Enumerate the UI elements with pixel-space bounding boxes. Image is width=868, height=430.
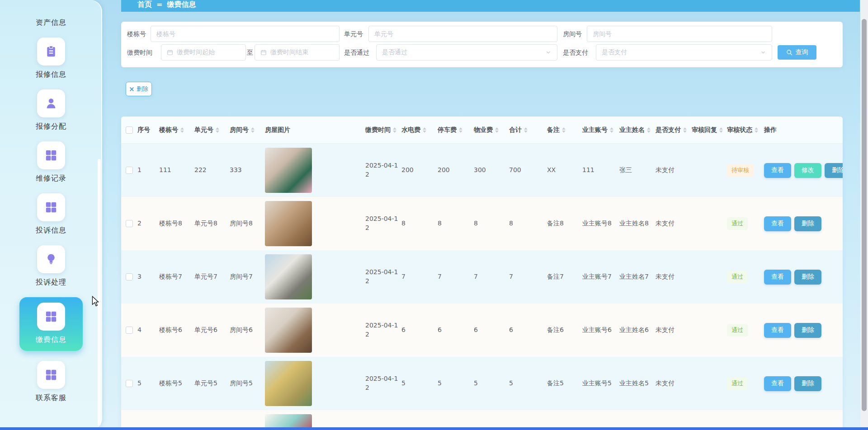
sort-caret-icon[interactable]: [562, 127, 566, 133]
status-badge: 通过: [727, 271, 748, 283]
breadcrumb-home[interactable]: 首页: [137, 0, 152, 9]
row-checkbox[interactable]: [126, 327, 133, 334]
sidebar-item-1[interactable]: 报修信息: [19, 37, 83, 79]
paid-select[interactable]: 是否支付: [596, 44, 772, 61]
payment-info-page: { "breadcrumb": { "items": ["首页", "缴费信息"…: [0, 0, 868, 430]
delete-button[interactable]: 删除: [825, 163, 843, 178]
header-cell-9[interactable]: 物业费: [474, 126, 509, 135]
pay-time-end-input[interactable]: 缴费时间结束: [255, 44, 340, 61]
delete-button[interactable]: 删除: [794, 376, 821, 391]
header-cell-4[interactable]: 房间号: [230, 126, 265, 135]
view-button[interactable]: 查看: [764, 376, 791, 391]
house-photo-cell: [265, 148, 365, 193]
header-cell-16[interactable]: 审核状态: [727, 126, 764, 135]
header-cell-8[interactable]: 停车费: [438, 126, 474, 135]
sidebar-item-label: 资产信息: [19, 18, 83, 28]
header-cell-10[interactable]: 合计: [509, 126, 547, 135]
cell-parking_fee: 5: [438, 379, 474, 388]
sort-caret-icon[interactable]: [251, 127, 255, 133]
delete-button[interactable]: 删除: [794, 323, 821, 338]
sort-caret-icon[interactable]: [719, 127, 723, 133]
sort-caret-icon[interactable]: [180, 127, 184, 133]
cell-pay_time: 2025-04-12: [365, 321, 401, 339]
header-cell-13[interactable]: 业主姓名: [619, 126, 656, 135]
header-cell-3[interactable]: 单元号: [194, 126, 230, 135]
delete-button[interactable]: 删除: [794, 216, 821, 231]
sidebar: 资产信息报修信息报修分配维修记录投诉信息投诉处理缴费信息联系客服: [0, 0, 102, 430]
view-button[interactable]: 查看: [764, 163, 791, 178]
header-label: 业主姓名: [619, 126, 645, 135]
sort-caret-icon[interactable]: [683, 127, 687, 133]
sort-caret-icon[interactable]: [423, 127, 426, 133]
select-all-checkbox[interactable]: [126, 126, 133, 134]
sort-caret-icon[interactable]: [216, 127, 219, 133]
sidebar-item-6[interactable]: 缴费信息: [19, 297, 83, 351]
sort-caret-icon[interactable]: [495, 127, 499, 133]
header-label: 业主账号: [582, 126, 608, 135]
sort-caret-icon[interactable]: [459, 127, 462, 133]
header-cell-7[interactable]: 水电费: [401, 126, 438, 135]
page-scrollbar-track[interactable]: [860, 0, 868, 430]
table-row: 3楼栋号7单元号7房间号72025-04-127777备注7业主账号7业主姓名7…: [121, 250, 843, 304]
sort-caret-icon[interactable]: [610, 127, 613, 133]
sidebar-item-label: 缴费信息: [19, 335, 83, 345]
view-button[interactable]: 查看: [764, 323, 791, 338]
building-input[interactable]: [151, 26, 340, 42]
cell-remark: 备注7: [547, 272, 582, 281]
delete-button[interactable]: 删除: [794, 270, 821, 285]
cell-parking_fee: 7: [438, 272, 474, 281]
cell-seq: 3: [137, 272, 159, 281]
delete-selected-button[interactable]: 删除: [126, 82, 152, 96]
cell-property_fee: 6: [474, 326, 509, 335]
cell-room: 房间号6: [230, 326, 265, 335]
sidebar-item-0[interactable]: 资产信息: [19, 18, 83, 28]
header-label: 审核回复: [692, 126, 717, 135]
header-cell-14[interactable]: 是否支付: [656, 126, 692, 135]
chevron-down-icon: [760, 49, 766, 56]
header-cell-11[interactable]: 备注: [547, 126, 582, 135]
row-checkbox[interactable]: [126, 273, 133, 280]
sidebar-item-2[interactable]: 报修分配: [19, 89, 83, 131]
sort-caret-icon[interactable]: [755, 127, 758, 133]
sort-caret-icon[interactable]: [393, 127, 396, 133]
room-input[interactable]: [587, 26, 772, 42]
sidebar-item-3[interactable]: 维修记录: [19, 141, 83, 183]
cell-unit: 单元号6: [194, 326, 230, 335]
cell-pay_time: 2025-04-12: [365, 215, 401, 232]
row-checkbox[interactable]: [126, 167, 133, 174]
close-icon: [129, 87, 134, 92]
sidebar-item-label: 报修分配: [19, 122, 83, 131]
sidebar-item-5[interactable]: 投诉处理: [19, 245, 83, 287]
living-room-green-sofa-photo[interactable]: [265, 148, 312, 193]
filter-panel: 楼栋号 单元号 房间号 缴费时间 缴费时间起始 至 缴费时间结束 是否通过 是否…: [121, 22, 843, 67]
approved-select[interactable]: 是否通过: [376, 44, 557, 61]
sort-caret-icon[interactable]: [524, 127, 528, 133]
modern-living-room-photo[interactable]: [265, 308, 312, 353]
header-cell-12[interactable]: 业主账号: [582, 126, 619, 135]
row-checkbox[interactable]: [126, 220, 133, 227]
unit-input[interactable]: [368, 26, 557, 42]
sidebar-scrollbar-thumb[interactable]: [98, 159, 101, 425]
header-cell-15[interactable]: 审核回复: [692, 126, 727, 135]
white-villa-photo[interactable]: [265, 254, 312, 299]
sidebar-item-4[interactable]: 投诉信息: [19, 193, 83, 235]
header-cell-2[interactable]: 楼栋号: [159, 126, 194, 135]
yellow-villa-photo[interactable]: [265, 361, 312, 406]
status-badge: 待审核: [727, 164, 754, 177]
table-row: 11112223332025-04-12200200300700XX111张三未…: [121, 144, 843, 197]
cell-room: 房间号7: [230, 272, 265, 281]
header-cell-6[interactable]: 缴费时间: [365, 126, 401, 135]
row-checkbox[interactable]: [126, 380, 133, 387]
pay-time-start-input[interactable]: 缴费时间起始: [161, 44, 246, 61]
bedroom-photo[interactable]: [265, 201, 312, 246]
view-button[interactable]: 查看: [764, 270, 791, 285]
sort-caret-icon[interactable]: [647, 127, 651, 133]
table-body: 11112223332025-04-12200200300700XX111张三未…: [121, 144, 843, 430]
cell-unit: 单元号5: [194, 379, 230, 388]
view-button[interactable]: 查看: [764, 216, 791, 231]
edit-button[interactable]: 修改: [794, 163, 821, 178]
page-scrollbar-thumb[interactable]: [862, 19, 867, 411]
cell-property_fee: 8: [474, 219, 509, 228]
search-button[interactable]: 查询: [778, 45, 816, 60]
sidebar-item-7[interactable]: 联系客服: [19, 361, 83, 403]
